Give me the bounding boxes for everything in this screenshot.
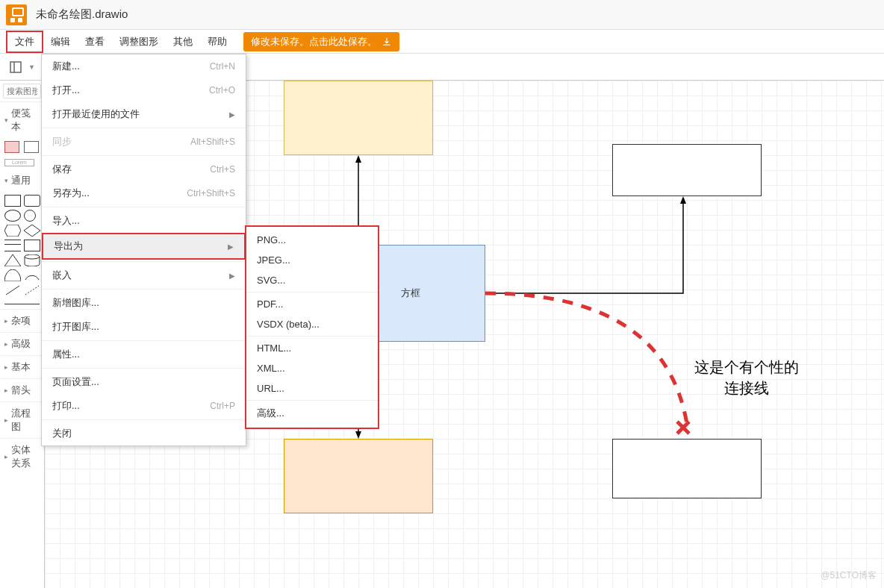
menu-help[interactable]: 帮助 [200, 32, 234, 51]
sidebar-er[interactable]: ▸实体关系 [0, 438, 44, 475]
svg-point-5 [25, 254, 40, 259]
shape-hexagon[interactable] [4, 225, 21, 237]
file-menu-item[interactable]: 嵌入▶ [42, 263, 246, 287]
export-menu-item[interactable]: PDF... [246, 294, 378, 314]
export-menu-item[interactable]: SVG... [246, 270, 378, 290]
svg-line-14 [677, 422, 689, 434]
file-menu-item[interactable]: 新增图库... [42, 291, 246, 315]
layout-icon[interactable] [6, 57, 25, 77]
shape-diamond[interactable] [24, 225, 40, 237]
file-menu-item[interactable]: 导入... [42, 209, 246, 233]
file-menu-item[interactable]: 打开图库... [42, 315, 246, 339]
svg-marker-2 [4, 225, 21, 237]
search-box [0, 81, 44, 102]
shape-top[interactable] [284, 81, 433, 155]
shape-triangle[interactable] [4, 254, 21, 266]
file-menu-item[interactable]: 关闭 [42, 422, 246, 445]
sidebar-flowchart[interactable]: ▸流程图 [0, 401, 44, 438]
shape-roundrect[interactable] [24, 195, 40, 207]
watermark: @51CTO博客 [821, 569, 877, 582]
save-notice-text: 修改未保存。点击此处保存。 [251, 35, 377, 49]
svg-marker-12 [680, 196, 686, 204]
export-menu-item[interactable]: VSDX (beta)... [246, 314, 378, 334]
menu-extras[interactable]: 其他 [166, 32, 200, 51]
shape-ellipse[interactable] [4, 210, 21, 222]
file-menu-item[interactable]: 保存Ctrl+S [42, 157, 246, 181]
file-menu-item[interactable]: 新建...Ctrl+N [42, 54, 246, 78]
menu-edit[interactable]: 编辑 [43, 32, 78, 51]
shape-table[interactable] [4, 240, 21, 251]
export-menu-item[interactable]: XML... [246, 358, 378, 378]
svg-line-7 [25, 286, 39, 295]
file-menu-item[interactable]: 打开...Ctrl+O [42, 78, 246, 102]
connector-right [485, 196, 694, 301]
download-icon [382, 37, 392, 47]
shape-arc[interactable] [24, 269, 40, 281]
svg-marker-3 [24, 225, 40, 237]
scratchpad-thumbs [0, 138, 44, 156]
menubar: 文件 编辑 查看 调整图形 其他 帮助 修改未保存。点击此处保存。 [0, 30, 884, 54]
export-menu-item[interactable]: JPEG... [246, 250, 378, 270]
export-menu-item[interactable]: HTML... [246, 338, 378, 358]
shape-halfcircle[interactable] [4, 269, 21, 281]
svg-rect-0 [10, 62, 21, 72]
shape-cylinder[interactable] [24, 254, 40, 266]
sidebar: ▾便笺本 Lorem ▾通用 ▸杂项 ▸高级 ▸基本 [0, 81, 45, 588]
shape-rect[interactable] [4, 195, 21, 207]
save-notice[interactable]: 修改未保存。点击此处保存。 [243, 32, 399, 51]
document-title: 未命名绘图.drawio [36, 7, 128, 22]
shape-bottom[interactable] [284, 439, 433, 513]
file-menu-item[interactable]: 属性... [42, 343, 246, 366]
shape-dashline[interactable] [24, 284, 40, 296]
sidebar-arrows[interactable]: ▸箭头 [0, 378, 44, 401]
svg-marker-4 [4, 254, 21, 266]
shape-box2[interactable] [24, 240, 40, 251]
file-menu-item[interactable]: 页面设置... [42, 370, 246, 394]
app-icon [6, 4, 27, 25]
titlebar: 未命名绘图.drawio [0, 0, 884, 30]
svg-marker-11 [355, 431, 361, 439]
file-menu: 新建...Ctrl+N打开...Ctrl+O打开最近使用的文件▶同步Alt+Sh… [41, 54, 246, 446]
menu-arrange[interactable]: 调整图形 [112, 32, 166, 51]
sidebar-misc[interactable]: ▸杂项 [0, 309, 44, 332]
shape-right-top[interactable] [612, 144, 762, 196]
shapes-palette [0, 192, 44, 299]
file-menu-item[interactable]: 同步Alt+Shift+S [42, 130, 246, 154]
annotation-text: 这是个有个性的 连接线 [694, 357, 799, 398]
export-menu-item[interactable]: URL... [246, 378, 378, 398]
svg-line-6 [6, 286, 19, 295]
file-menu-item[interactable]: 打开最近使用的文件▶ [42, 102, 246, 126]
svg-marker-9 [355, 155, 361, 163]
thumb-2[interactable] [24, 141, 39, 153]
sidebar-advanced[interactable]: ▸高级 [0, 332, 44, 355]
connector-dashed [485, 290, 709, 446]
file-menu-item[interactable]: 打印...Ctrl+P [42, 394, 246, 418]
shape-line[interactable] [4, 284, 21, 296]
shape-circle[interactable] [24, 210, 36, 222]
file-menu-item[interactable]: 导出为▶ [42, 233, 246, 260]
menu-view[interactable]: 查看 [78, 32, 112, 51]
export-submenu: PNG...JPEG...SVG...PDF...VSDX (beta)...H… [245, 225, 379, 429]
svg-line-13 [677, 422, 689, 434]
menu-file[interactable]: 文件 [6, 31, 43, 53]
export-menu-item[interactable]: PNG... [246, 230, 378, 250]
sidebar-general[interactable]: ▾通用 [0, 169, 44, 192]
sidebar-scratchpad[interactable]: ▾便笺本 [0, 102, 44, 138]
search-input[interactable] [3, 84, 41, 98]
thumb-3[interactable]: Lorem [4, 159, 34, 166]
sidebar-basic[interactable]: ▸基本 [0, 355, 44, 378]
export-menu-item[interactable]: 高级... [246, 402, 378, 425]
shape-right-bottom[interactable] [612, 439, 762, 498]
thumb-1[interactable] [4, 141, 19, 153]
file-menu-item[interactable]: 另存为...Ctrl+Shift+S [42, 181, 246, 205]
